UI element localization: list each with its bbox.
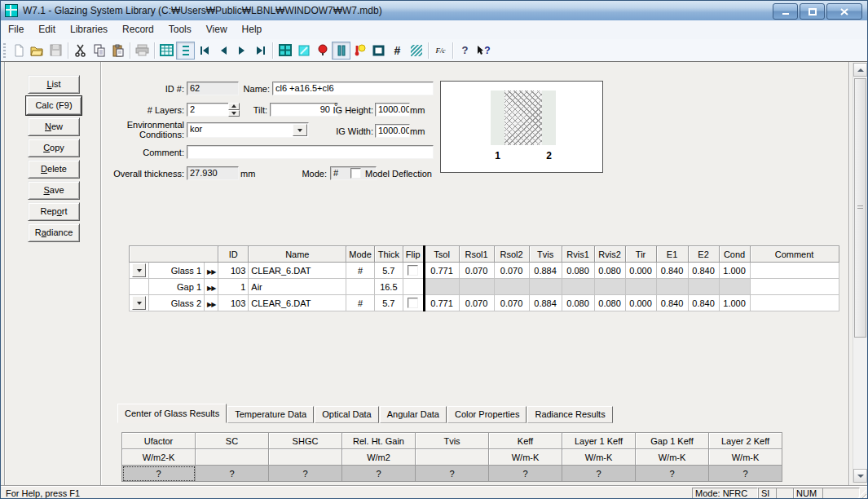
tab-center-of-glass-results[interactable]: Center of Glass Results xyxy=(117,404,227,423)
cell-mode[interactable] xyxy=(346,279,375,295)
paste-button[interactable] xyxy=(108,42,127,60)
cell-thick[interactable]: 16.5 xyxy=(374,279,403,295)
flip-checkbox[interactable] xyxy=(408,265,418,276)
menu-record[interactable]: Record xyxy=(115,20,161,39)
cell-mode[interactable]: # xyxy=(346,263,375,279)
first-record-button[interactable] xyxy=(195,42,214,60)
cell-rsol1[interactable]: 0.070 xyxy=(459,295,494,311)
vertical-scrollbar[interactable] xyxy=(853,63,867,483)
cell-rsol2[interactable]: 0.070 xyxy=(494,263,529,279)
cell-flip[interactable] xyxy=(403,295,424,311)
temperature-units-button[interactable]: F/c xyxy=(431,42,450,60)
tab-temperature-data[interactable]: Temperature Data xyxy=(227,406,314,423)
delete-button[interactable]: Delete xyxy=(28,160,80,179)
help-button[interactable]: ? xyxy=(456,42,474,60)
cell-thick[interactable]: 5.7 xyxy=(374,295,403,311)
menu-edit[interactable]: Edit xyxy=(31,20,63,39)
cell-tir[interactable]: 0.000 xyxy=(625,295,656,311)
cell-tsol[interactable]: 0.771 xyxy=(424,263,459,279)
cell-rsol2[interactable]: 0.070 xyxy=(494,295,529,311)
report-button[interactable]: Report xyxy=(28,202,80,221)
cell-thick[interactable]: 5.7 xyxy=(374,263,403,279)
cell-comment[interactable] xyxy=(750,279,839,295)
row-dropdown-button[interactable] xyxy=(132,263,146,277)
cell-e1[interactable]: 0.840 xyxy=(656,263,688,279)
cell-e2[interactable]: 0.840 xyxy=(688,263,719,279)
cell-cond[interactable]: 1.000 xyxy=(719,295,750,311)
cell-id[interactable]: 103 xyxy=(218,295,249,311)
cell-rvis2[interactable]: 0.080 xyxy=(594,295,625,311)
menu-view[interactable]: View xyxy=(199,20,235,39)
cell-mode[interactable]: # xyxy=(346,295,375,311)
shading-library-button[interactable] xyxy=(294,42,313,60)
cell-rvis1[interactable]: 0.080 xyxy=(562,295,594,311)
optical-properties-button[interactable] xyxy=(350,42,369,60)
new-button[interactable]: New xyxy=(28,117,80,136)
copy-button[interactable] xyxy=(90,42,108,60)
cell-name[interactable]: CLEAR_6.DAT xyxy=(249,263,346,279)
env-conditions-combo[interactable]: kor xyxy=(187,122,309,138)
comment-field[interactable] xyxy=(187,145,434,159)
flip-checkbox[interactable] xyxy=(408,298,418,308)
menu-help[interactable]: Help xyxy=(235,20,270,39)
ig-width-field[interactable]: 1000.00 xyxy=(375,124,410,138)
cell-tvis[interactable]: 0.884 xyxy=(529,263,562,279)
app-icon[interactable] xyxy=(5,4,18,17)
calc-button[interactable]: Calc (F9) xyxy=(26,96,82,115)
id-field[interactable]: 62 xyxy=(187,82,239,95)
table-view-button[interactable] xyxy=(157,42,176,60)
scrollbar-thumb[interactable] xyxy=(854,78,866,338)
cell-flip[interactable] xyxy=(403,263,424,279)
combo-dropdown-button[interactable] xyxy=(293,124,307,136)
cell-id[interactable]: 103 xyxy=(218,263,249,279)
menu-tools[interactable]: Tools xyxy=(161,20,199,39)
overall-thickness-field[interactable]: 27.930 xyxy=(187,166,239,180)
spacer-library-button[interactable] xyxy=(407,42,425,60)
close-button[interactable] xyxy=(826,3,862,20)
save-record-button[interactable]: Save xyxy=(28,181,80,200)
list-view-button[interactable] xyxy=(176,42,195,60)
ig-height-field[interactable]: 1000.00 xyxy=(375,103,410,117)
expand-arrows[interactable]: ▶▶ xyxy=(205,263,218,279)
toolbar-grip[interactable] xyxy=(3,43,6,58)
maximize-button[interactable] xyxy=(800,3,825,20)
name-field[interactable]: cl6 +a16.5+cl6 xyxy=(272,82,434,95)
divider-library-button[interactable]: # xyxy=(388,42,407,60)
list-button[interactable]: List xyxy=(28,75,80,94)
tab-angular-data[interactable]: Angular Data xyxy=(380,406,447,423)
cell-e1[interactable]: 0.840 xyxy=(656,295,688,311)
previous-record-button[interactable] xyxy=(214,42,232,60)
window-library-button[interactable] xyxy=(275,42,294,60)
tab-color-properties[interactable]: Color Properties xyxy=(447,406,527,423)
cell-cond[interactable]: 1.000 xyxy=(719,263,750,279)
context-help-button[interactable]: ? xyxy=(474,42,493,60)
expand-arrows[interactable]: ▶▶ xyxy=(205,295,218,311)
frame-library-button[interactable] xyxy=(369,42,388,60)
new-document-button[interactable] xyxy=(9,42,28,60)
print-button[interactable] xyxy=(133,42,152,60)
menu-libraries[interactable]: Libraries xyxy=(63,20,115,39)
cell-name[interactable]: Air xyxy=(249,279,346,295)
cell-tsol[interactable]: 0.771 xyxy=(424,295,459,311)
cell-id[interactable]: 1 xyxy=(218,279,249,295)
cell-name[interactable]: CLEAR_6.DAT xyxy=(249,295,346,311)
environmental-conditions-button[interactable] xyxy=(313,42,332,60)
cell-tir[interactable]: 0.000 xyxy=(625,263,656,279)
model-deflection-checkbox[interactable] xyxy=(350,168,361,179)
radiance-button[interactable]: Radiance xyxy=(28,223,80,242)
tab-radiance-results[interactable]: Radiance Results xyxy=(527,406,612,423)
last-record-button[interactable] xyxy=(251,42,270,60)
cell-rvis2[interactable]: 0.080 xyxy=(594,263,625,279)
cell-tvis[interactable]: 0.884 xyxy=(529,295,562,311)
tab-optical-data[interactable]: Optical Data xyxy=(315,406,379,423)
open-file-button[interactable] xyxy=(28,42,46,60)
menu-file[interactable]: File xyxy=(1,20,31,39)
cell-rvis1[interactable]: 0.080 xyxy=(562,263,594,279)
row-dropdown-button[interactable] xyxy=(132,296,146,310)
scroll-down-button[interactable] xyxy=(853,469,867,483)
cell-rsol1[interactable]: 0.070 xyxy=(459,263,494,279)
cell-comment[interactable] xyxy=(750,295,839,311)
scroll-up-button[interactable] xyxy=(853,63,867,77)
layers-field[interactable]: 2 xyxy=(187,103,229,117)
save-button[interactable] xyxy=(46,42,65,60)
